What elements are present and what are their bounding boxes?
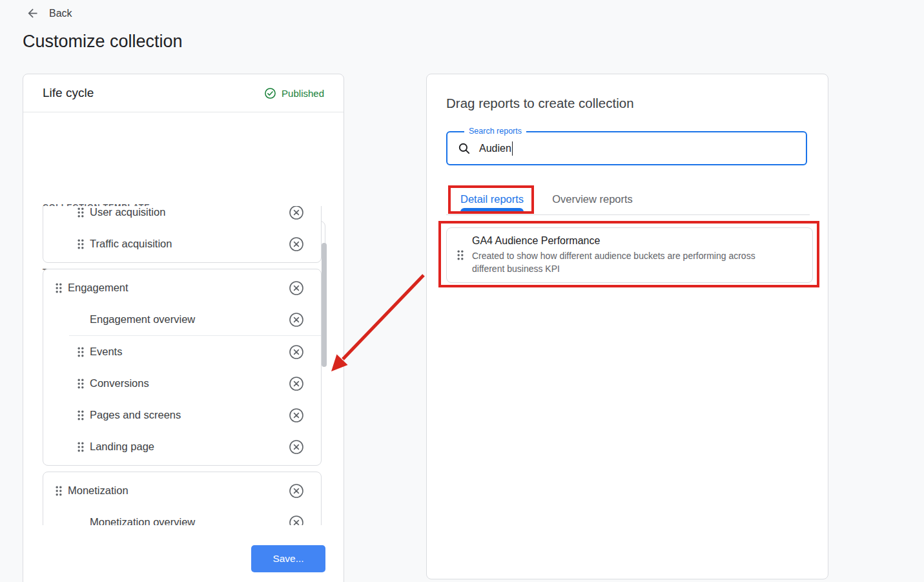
remove-icon[interactable] bbox=[289, 236, 304, 252]
check-circle-icon bbox=[264, 87, 276, 99]
topic-row-label: Traffic acquisition bbox=[90, 238, 289, 250]
topic-card-monetization: Monetization Monetization overview bbox=[43, 472, 322, 525]
topic-row[interactable]: Events bbox=[43, 336, 321, 368]
back-link[interactable]: Back bbox=[26, 6, 72, 20]
page-title: Customize collection bbox=[23, 32, 183, 52]
topic-row-label: Pages and screens bbox=[90, 409, 289, 421]
topics-scroll-area[interactable]: User acquisition Traffic acquisition bbox=[43, 206, 327, 525]
report-tabs: Detail reports Overview reports bbox=[446, 187, 647, 214]
remove-icon[interactable] bbox=[289, 206, 304, 220]
search-field[interactable]: Search reports Audien bbox=[446, 131, 807, 165]
collection-header: Life cycle Published bbox=[23, 74, 344, 112]
search-input[interactable]: Audien bbox=[479, 143, 511, 154]
remove-icon[interactable] bbox=[289, 483, 304, 499]
published-badge: Published bbox=[264, 87, 324, 99]
remove-icon[interactable] bbox=[289, 312, 304, 327]
published-label: Published bbox=[282, 88, 324, 99]
drag-handle-icon[interactable] bbox=[77, 239, 84, 249]
report-title: GA4 Audience Performance bbox=[472, 235, 775, 247]
report-text: GA4 Audience Performance Created to show… bbox=[472, 235, 775, 275]
remove-icon[interactable] bbox=[289, 515, 304, 526]
search-field-label: Search reports bbox=[464, 127, 526, 136]
scrollbar-thumb[interactable] bbox=[322, 243, 327, 367]
collection-title: Life cycle bbox=[43, 86, 94, 100]
tab-overview-reports[interactable]: Overview reports bbox=[538, 187, 647, 214]
topic-row[interactable]: Conversions bbox=[43, 368, 321, 399]
topic-row-label: Monetization overview bbox=[90, 516, 289, 525]
drag-handle-icon[interactable] bbox=[56, 486, 62, 496]
report-picker-panel: Drag reports to create collection Search… bbox=[426, 74, 828, 579]
remove-icon[interactable] bbox=[289, 408, 304, 423]
back-arrow-icon bbox=[26, 6, 39, 20]
drag-handle-icon[interactable] bbox=[77, 410, 84, 421]
drag-handle-icon[interactable] bbox=[77, 442, 84, 452]
drag-handle-icon[interactable] bbox=[77, 347, 84, 357]
topic-row-label: Monetization bbox=[68, 484, 289, 497]
topic-row[interactable]: Pages and screens bbox=[43, 399, 321, 431]
topic-row-label: Engagement bbox=[68, 282, 289, 294]
collection-panel: Life cycle Published COLLECTION TEMPLATE bbox=[23, 74, 344, 582]
topic-card-acquisition: User acquisition Traffic acquisition bbox=[43, 206, 322, 263]
topic-row[interactable]: Engagement overview bbox=[43, 304, 321, 335]
report-result-card[interactable]: GA4 Audience Performance Created to show… bbox=[446, 227, 813, 283]
topic-row[interactable]: Monetization overview bbox=[43, 506, 321, 525]
topic-row[interactable]: User acquisition bbox=[43, 206, 321, 228]
remove-icon[interactable] bbox=[289, 344, 304, 360]
remove-icon[interactable] bbox=[289, 280, 304, 296]
drag-handle-icon[interactable] bbox=[56, 283, 62, 293]
search-icon bbox=[458, 142, 471, 155]
report-description: Created to show how different audience b… bbox=[472, 249, 775, 275]
topic-row[interactable]: Landing page bbox=[43, 431, 321, 462]
topic-row-label: Conversions bbox=[90, 377, 289, 390]
tabs-divider bbox=[446, 214, 810, 215]
topic-row-label: User acquisition bbox=[90, 206, 289, 218]
report-picker-title: Drag reports to create collection bbox=[446, 96, 634, 111]
topic-row-label: Landing page bbox=[90, 441, 289, 453]
drag-handle-icon[interactable] bbox=[77, 379, 84, 389]
remove-icon[interactable] bbox=[289, 439, 304, 455]
back-label: Back bbox=[49, 8, 72, 19]
topic-row[interactable]: Engagement bbox=[43, 272, 321, 304]
topic-row-label: Events bbox=[90, 346, 289, 358]
topic-row[interactable]: Traffic acquisition bbox=[43, 228, 321, 260]
topic-row-label: Engagement overview bbox=[90, 313, 289, 326]
save-button[interactable]: Save... bbox=[251, 545, 325, 572]
tab-detail-reports[interactable]: Detail reports bbox=[446, 187, 538, 214]
topic-card-engagement: Engagement Engagement overview bbox=[43, 269, 322, 466]
topic-row[interactable]: Monetization bbox=[43, 475, 321, 506]
text-caret bbox=[512, 141, 513, 156]
drag-handle-icon[interactable] bbox=[77, 207, 84, 218]
remove-icon[interactable] bbox=[289, 376, 304, 391]
drag-handle-icon[interactable] bbox=[457, 250, 464, 260]
